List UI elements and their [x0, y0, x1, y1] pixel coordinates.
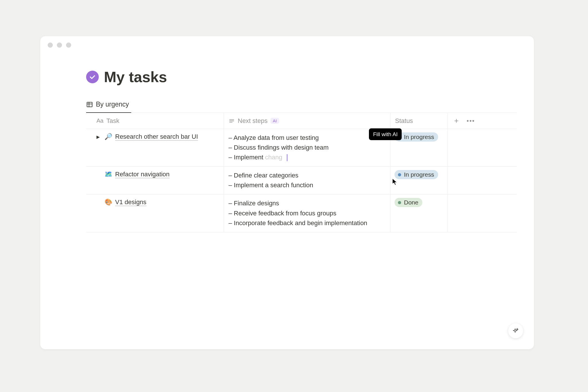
- task-cell[interactable]: ▶ 🔎 Research other search bar UI: [86, 129, 224, 166]
- column-task-label: Task: [106, 117, 119, 125]
- task-emoji: 🗺️: [105, 171, 112, 178]
- status-dot-icon: [398, 173, 401, 176]
- next-step-line: – Analyze data from user testing: [229, 133, 386, 143]
- fill-with-ai-tooltip: Fill with AI: [369, 128, 402, 140]
- sparkle-icon: [512, 328, 519, 334]
- task-emoji: 🎨: [105, 198, 112, 206]
- page-title[interactable]: My tasks: [104, 68, 167, 86]
- status-cell[interactable]: In progress: [390, 167, 448, 194]
- column-actions: + •••: [448, 113, 475, 129]
- add-column-button[interactable]: +: [454, 116, 459, 125]
- view-tab-label: By urgency: [96, 101, 129, 108]
- ai-badge: AI: [270, 118, 279, 124]
- view-tabs: By urgency: [86, 98, 517, 113]
- svg-rect-0: [87, 102, 92, 107]
- status-badge: In progress: [394, 170, 438, 179]
- task-emoji: 🔎: [105, 133, 112, 140]
- task-title-link[interactable]: V1 designs: [115, 198, 146, 206]
- next-step-line: – Finalize designs: [229, 198, 386, 208]
- more-options-button[interactable]: •••: [467, 117, 475, 125]
- status-label: In progress: [404, 171, 434, 178]
- task-cell[interactable]: 🎨 V1 designs: [86, 194, 224, 232]
- minimize-window-button[interactable]: [57, 43, 62, 48]
- column-header-next-steps[interactable]: Next steps AI: [224, 113, 390, 129]
- page-content: My tasks By urgency Aa Task Next steps A…: [86, 68, 517, 232]
- next-step-line: – Incorporate feedback and begin impleme…: [229, 218, 386, 228]
- next-step-line: – Receive feedback from focus groups: [229, 208, 386, 218]
- ai-assistant-fab[interactable]: [508, 323, 523, 338]
- view-tab-by-urgency[interactable]: By urgency: [86, 98, 131, 113]
- column-header-task[interactable]: Aa Task: [86, 113, 224, 129]
- table-view-icon: [86, 101, 93, 108]
- text-lines-icon: [229, 118, 235, 124]
- close-window-button[interactable]: [48, 43, 53, 48]
- expand-row-toggle[interactable]: ▶: [96, 134, 102, 140]
- status-label: Done: [404, 199, 418, 206]
- status-label: In progress: [404, 134, 434, 140]
- status-badge: Done: [394, 198, 422, 207]
- next-step-line: – Implement a search function: [229, 180, 386, 190]
- maximize-window-button[interactable]: [66, 43, 71, 48]
- page-header: My tasks: [86, 68, 517, 86]
- mouse-cursor: [392, 178, 397, 185]
- column-header-status[interactable]: Status: [390, 113, 448, 129]
- task-cell[interactable]: 🗺️ Refactor navigation: [86, 167, 224, 194]
- next-steps-cell[interactable]: – Define clear categories – Implement a …: [224, 167, 390, 194]
- page-icon-checkmark[interactable]: [86, 71, 99, 83]
- text-cursor: [287, 154, 287, 161]
- task-title-link[interactable]: Research other search bar UI: [115, 133, 198, 140]
- table-row: 🗺️ Refactor navigation – Define clear ca…: [86, 167, 517, 194]
- table-header-row: Aa Task Next steps AI Status + •••: [86, 113, 517, 129]
- table-row: ▶ 🔎 Research other search bar UI – Analy…: [86, 129, 517, 167]
- next-step-line: – Discuss findings with design team: [229, 143, 386, 152]
- text-property-icon: Aa: [96, 117, 103, 124]
- database-table: Aa Task Next steps AI Status + •••: [86, 113, 517, 232]
- column-next-label: Next steps: [238, 117, 268, 125]
- next-step-typing-line: – Implement chang: [229, 152, 386, 162]
- next-steps-cell[interactable]: – Analyze data from user testing – Discu…: [224, 129, 390, 166]
- table-row: 🎨 V1 designs – Finalize designs – Receiv…: [86, 194, 517, 232]
- app-window: My tasks By urgency Aa Task Next steps A…: [40, 36, 534, 349]
- column-status-label: Status: [395, 117, 413, 125]
- next-step-line: – Define clear categories: [229, 171, 386, 180]
- task-title-link[interactable]: Refactor navigation: [115, 171, 170, 178]
- status-dot-icon: [398, 201, 401, 204]
- window-traffic-lights: [48, 43, 71, 48]
- next-steps-cell[interactable]: – Finalize designs – Receive feedback fr…: [224, 194, 390, 232]
- status-cell[interactable]: Done: [390, 194, 448, 232]
